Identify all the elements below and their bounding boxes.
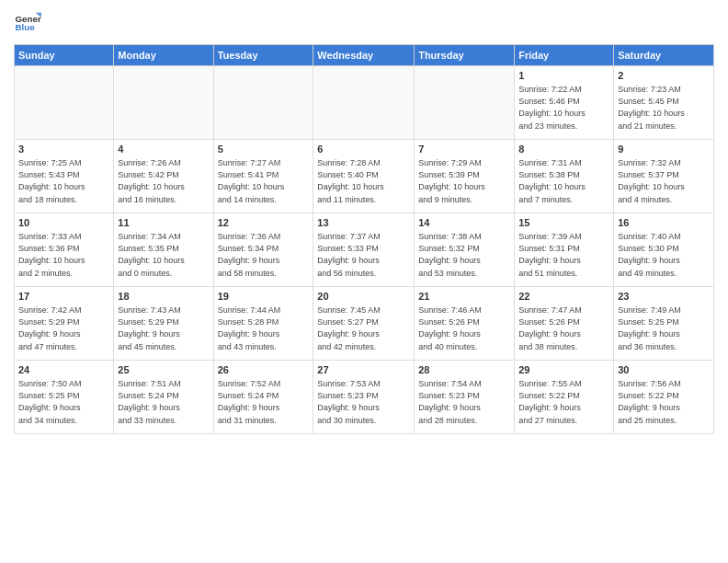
calendar-cell: 12Sunrise: 7:36 AM Sunset: 5:34 PM Dayli… (213, 213, 313, 287)
calendar-cell (15, 66, 114, 140)
day-number: 18 (118, 290, 209, 304)
calendar-table: SundayMondayTuesdayWednesdayThursdayFrid… (14, 44, 714, 434)
day-number: 24 (18, 363, 109, 377)
logo: General Blue (14, 9, 41, 37)
calendar-cell: 8Sunrise: 7:31 AM Sunset: 5:38 PM Daylig… (515, 140, 614, 213)
day-info: Sunrise: 7:39 AM Sunset: 5:31 PM Dayligh… (518, 231, 609, 279)
day-number: 11 (118, 216, 209, 230)
calendar-week-4: 17Sunrise: 7:42 AM Sunset: 5:29 PM Dayli… (15, 287, 714, 361)
calendar-cell: 2Sunrise: 7:23 AM Sunset: 5:45 PM Daylig… (614, 66, 714, 140)
calendar-cell: 9Sunrise: 7:32 AM Sunset: 5:37 PM Daylig… (614, 140, 714, 213)
calendar-cell: 20Sunrise: 7:45 AM Sunset: 5:27 PM Dayli… (313, 287, 415, 361)
day-number: 10 (18, 216, 109, 230)
day-number: 3 (18, 143, 109, 156)
day-number: 30 (618, 363, 710, 377)
day-number: 17 (18, 290, 109, 304)
calendar-cell: 23Sunrise: 7:49 AM Sunset: 5:25 PM Dayli… (614, 287, 714, 361)
day-info: Sunrise: 7:32 AM Sunset: 5:37 PM Dayligh… (618, 157, 710, 205)
svg-text:Blue: Blue (16, 22, 36, 32)
day-info: Sunrise: 7:56 AM Sunset: 5:22 PM Dayligh… (618, 378, 710, 426)
day-info: Sunrise: 7:34 AM Sunset: 5:35 PM Dayligh… (118, 231, 209, 279)
day-number: 13 (317, 216, 410, 230)
calendar-cell: 11Sunrise: 7:34 AM Sunset: 5:35 PM Dayli… (114, 213, 213, 287)
calendar-cell: 26Sunrise: 7:52 AM Sunset: 5:24 PM Dayli… (213, 361, 313, 434)
calendar-cell: 22Sunrise: 7:47 AM Sunset: 5:26 PM Dayli… (515, 287, 614, 361)
day-number: 16 (618, 216, 710, 230)
day-info: Sunrise: 7:43 AM Sunset: 5:29 PM Dayligh… (118, 304, 209, 352)
day-info: Sunrise: 7:52 AM Sunset: 5:24 PM Dayligh… (218, 378, 310, 426)
header-saturday: Saturday (614, 45, 714, 66)
day-number: 25 (118, 363, 209, 377)
calendar-cell: 25Sunrise: 7:51 AM Sunset: 5:24 PM Dayli… (114, 361, 213, 434)
day-info: Sunrise: 7:55 AM Sunset: 5:22 PM Dayligh… (518, 378, 609, 426)
calendar-cell: 21Sunrise: 7:46 AM Sunset: 5:26 PM Dayli… (415, 287, 515, 361)
day-info: Sunrise: 7:54 AM Sunset: 5:23 PM Dayligh… (418, 378, 510, 426)
calendar-cell (313, 66, 415, 140)
calendar-cell: 24Sunrise: 7:50 AM Sunset: 5:25 PM Dayli… (15, 361, 114, 434)
logo-icon: General Blue (14, 9, 41, 37)
day-number: 26 (218, 363, 310, 377)
page-header: General Blue (14, 9, 714, 37)
day-number: 15 (518, 216, 609, 230)
calendar-cell: 6Sunrise: 7:28 AM Sunset: 5:40 PM Daylig… (313, 140, 415, 213)
calendar-week-1: 1Sunrise: 7:22 AM Sunset: 5:46 PM Daylig… (15, 66, 714, 140)
day-number: 29 (518, 363, 609, 377)
day-info: Sunrise: 7:22 AM Sunset: 5:46 PM Dayligh… (518, 84, 609, 132)
calendar-cell: 15Sunrise: 7:39 AM Sunset: 5:31 PM Dayli… (515, 213, 614, 287)
calendar-header-row: SundayMondayTuesdayWednesdayThursdayFrid… (15, 45, 714, 66)
day-number: 28 (418, 363, 510, 377)
day-number: 8 (518, 143, 609, 156)
day-info: Sunrise: 7:40 AM Sunset: 5:30 PM Dayligh… (618, 231, 710, 279)
header-thursday: Thursday (415, 45, 515, 66)
day-number: 6 (317, 143, 410, 156)
day-number: 23 (618, 290, 710, 304)
day-number: 2 (618, 69, 710, 83)
day-number: 4 (118, 143, 209, 156)
day-info: Sunrise: 7:51 AM Sunset: 5:24 PM Dayligh… (118, 378, 209, 426)
calendar-cell (213, 66, 313, 140)
day-info: Sunrise: 7:29 AM Sunset: 5:39 PM Dayligh… (418, 157, 510, 205)
calendar-week-5: 24Sunrise: 7:50 AM Sunset: 5:25 PM Dayli… (15, 361, 714, 434)
calendar-cell: 28Sunrise: 7:54 AM Sunset: 5:23 PM Dayli… (415, 361, 515, 434)
day-info: Sunrise: 7:23 AM Sunset: 5:45 PM Dayligh… (618, 84, 710, 132)
day-info: Sunrise: 7:26 AM Sunset: 5:42 PM Dayligh… (118, 157, 209, 205)
header-tuesday: Tuesday (213, 45, 313, 66)
calendar-cell: 27Sunrise: 7:53 AM Sunset: 5:23 PM Dayli… (313, 361, 415, 434)
day-number: 7 (418, 143, 510, 156)
day-info: Sunrise: 7:36 AM Sunset: 5:34 PM Dayligh… (218, 231, 310, 279)
header-wednesday: Wednesday (313, 45, 415, 66)
day-number: 22 (518, 290, 609, 304)
calendar-cell: 17Sunrise: 7:42 AM Sunset: 5:29 PM Dayli… (15, 287, 114, 361)
calendar-cell: 18Sunrise: 7:43 AM Sunset: 5:29 PM Dayli… (114, 287, 213, 361)
day-number: 20 (317, 290, 410, 304)
day-info: Sunrise: 7:38 AM Sunset: 5:32 PM Dayligh… (418, 231, 510, 279)
day-info: Sunrise: 7:49 AM Sunset: 5:25 PM Dayligh… (618, 304, 710, 352)
day-number: 5 (218, 143, 310, 156)
calendar-cell: 29Sunrise: 7:55 AM Sunset: 5:22 PM Dayli… (515, 361, 614, 434)
day-info: Sunrise: 7:25 AM Sunset: 5:43 PM Dayligh… (18, 157, 109, 205)
calendar-cell: 10Sunrise: 7:33 AM Sunset: 5:36 PM Dayli… (15, 213, 114, 287)
header-friday: Friday (515, 45, 614, 66)
day-number: 21 (418, 290, 510, 304)
calendar-cell: 4Sunrise: 7:26 AM Sunset: 5:42 PM Daylig… (114, 140, 213, 213)
calendar-cell: 3Sunrise: 7:25 AM Sunset: 5:43 PM Daylig… (15, 140, 114, 213)
calendar-cell: 19Sunrise: 7:44 AM Sunset: 5:28 PM Dayli… (213, 287, 313, 361)
calendar-week-3: 10Sunrise: 7:33 AM Sunset: 5:36 PM Dayli… (15, 213, 714, 287)
calendar-cell: 16Sunrise: 7:40 AM Sunset: 5:30 PM Dayli… (614, 213, 714, 287)
day-number: 19 (218, 290, 310, 304)
calendar-cell: 1Sunrise: 7:22 AM Sunset: 5:46 PM Daylig… (515, 66, 614, 140)
day-number: 1 (518, 69, 609, 83)
day-info: Sunrise: 7:45 AM Sunset: 5:27 PM Dayligh… (317, 304, 410, 352)
day-info: Sunrise: 7:46 AM Sunset: 5:26 PM Dayligh… (418, 304, 510, 352)
day-info: Sunrise: 7:31 AM Sunset: 5:38 PM Dayligh… (518, 157, 609, 205)
day-number: 14 (418, 216, 510, 230)
day-info: Sunrise: 7:28 AM Sunset: 5:40 PM Dayligh… (317, 157, 410, 205)
day-number: 27 (317, 363, 410, 377)
day-number: 9 (618, 143, 710, 156)
day-info: Sunrise: 7:47 AM Sunset: 5:26 PM Dayligh… (518, 304, 609, 352)
header-monday: Monday (114, 45, 213, 66)
day-info: Sunrise: 7:37 AM Sunset: 5:33 PM Dayligh… (317, 231, 410, 279)
calendar-cell: 14Sunrise: 7:38 AM Sunset: 5:32 PM Dayli… (415, 213, 515, 287)
day-number: 12 (218, 216, 310, 230)
header-sunday: Sunday (15, 45, 114, 66)
